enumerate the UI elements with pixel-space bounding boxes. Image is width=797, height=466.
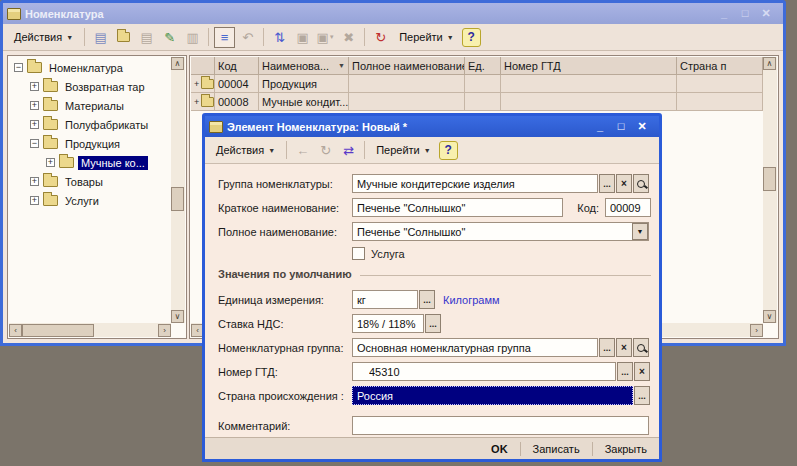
nom-group-clear-button[interactable]: × xyxy=(616,338,632,357)
cell-unit[interactable] xyxy=(465,75,501,93)
expand-icon[interactable]: + xyxy=(30,120,39,129)
dialog-help-button[interactable]: ? xyxy=(439,141,458,160)
gtd-clear-button[interactable]: × xyxy=(634,362,650,381)
scroll-up-icon[interactable]: ∧ xyxy=(171,57,184,70)
undo-button[interactable]: ↶ xyxy=(237,27,258,48)
scroll-down-icon[interactable]: ∨ xyxy=(171,310,184,323)
tree-vertical-scrollbar[interactable]: ∧ ∨ xyxy=(171,57,185,323)
cell-full-name[interactable] xyxy=(349,75,465,93)
short-name-input[interactable] xyxy=(352,198,563,217)
service-checkbox[interactable] xyxy=(352,247,365,260)
dialog-actions-menu-button[interactable]: Действия ▼ xyxy=(210,140,281,160)
tree-item-produkciya[interactable]: − Продукция xyxy=(30,134,170,153)
cell-full-name[interactable] xyxy=(349,93,465,111)
header-country[interactable]: Страна п xyxy=(677,57,763,75)
full-name-input[interactable] xyxy=(352,222,649,241)
dialog-titlebar[interactable]: Элемент Номенклатура: Новый * _ □ ✕ xyxy=(205,116,659,137)
maximize-icon[interactable]: □ xyxy=(614,120,628,133)
add-group-button[interactable] xyxy=(113,27,134,48)
header-unit[interactable]: Ед. xyxy=(465,57,501,75)
country-input[interactable] xyxy=(352,386,633,405)
expand-icon[interactable]: + xyxy=(30,196,39,205)
code-input[interactable] xyxy=(605,198,651,217)
cell-code[interactable]: 00008 xyxy=(215,93,259,111)
main-titlebar[interactable]: Номенклатура _ □ ✕ xyxy=(3,3,783,24)
scroll-left-icon[interactable]: ‹ xyxy=(9,324,22,337)
goto-menu-button[interactable]: Перейти ▼ xyxy=(393,27,460,47)
close-icon[interactable]: ✕ xyxy=(635,120,649,133)
tree-item-materialy[interactable]: + Материалы xyxy=(30,96,170,115)
group-clear-button[interactable]: × xyxy=(616,174,632,193)
header-icon-column[interactable] xyxy=(191,57,215,75)
tree-item-label[interactable]: Услуги xyxy=(62,194,102,208)
add-item-button[interactable]: ▤ xyxy=(90,27,111,48)
collapse-icon[interactable]: − xyxy=(14,63,23,72)
nom-group-open-button[interactable] xyxy=(633,338,649,357)
delete-button[interactable]: ▥ xyxy=(182,27,203,48)
tree-item-label[interactable]: Материалы xyxy=(62,99,127,113)
group-select-button[interactable]: ... xyxy=(599,174,615,193)
cell-name[interactable]: Продукция xyxy=(259,75,349,93)
header-code[interactable]: Код xyxy=(215,57,259,75)
filter-history-button[interactable]: ▣ xyxy=(292,27,313,48)
expand-icon[interactable]: + xyxy=(30,177,39,186)
minimize-icon[interactable]: _ xyxy=(717,7,731,20)
comment-input[interactable] xyxy=(352,416,649,435)
nom-group-select-button[interactable]: ... xyxy=(599,338,615,357)
tree-item-tovary[interactable]: + Товары xyxy=(30,172,170,191)
tree-item-label[interactable]: Полуфабрикаты xyxy=(62,118,151,132)
maximize-icon[interactable]: □ xyxy=(738,7,752,20)
tree-item-uslugi[interactable]: + Услуги xyxy=(30,191,170,210)
cell-country[interactable] xyxy=(677,93,763,111)
scroll-up-icon[interactable]: ∧ xyxy=(763,57,776,70)
group-open-button[interactable] xyxy=(633,174,649,193)
expand-icon[interactable]: + xyxy=(30,101,39,110)
cell-code[interactable]: 00004 xyxy=(215,75,259,93)
scroll-down-icon[interactable]: ∨ xyxy=(763,310,776,323)
unit-input[interactable] xyxy=(352,290,418,309)
header-full-name[interactable]: Полное наименование xyxy=(349,57,465,75)
insert-row-button[interactable]: ▤ xyxy=(136,27,157,48)
save-button[interactable]: Записать xyxy=(521,441,592,457)
dialog-goto-menu-button[interactable]: Перейти ▼ xyxy=(370,140,437,160)
table-vertical-scrollbar[interactable]: ∧ ∨ xyxy=(763,57,777,323)
tree-item-label[interactable]: Товары xyxy=(62,175,106,189)
tree-item-label-selected[interactable]: Мучные ко... xyxy=(78,156,148,170)
scrollbar-thumb[interactable] xyxy=(22,324,94,337)
tree-item-nomenklatura[interactable]: − Номенклатура xyxy=(14,58,170,77)
cell-unit[interactable] xyxy=(465,93,501,111)
scroll-right-icon[interactable]: › xyxy=(158,324,171,337)
cell-gtd[interactable] xyxy=(501,75,677,93)
cell-name[interactable]: Мучные кондит... xyxy=(259,93,349,111)
reload-button[interactable]: ↻ xyxy=(315,140,336,161)
nom-group-input[interactable] xyxy=(352,338,598,357)
unit-select-button[interactable]: ... xyxy=(419,290,435,309)
close-icon[interactable]: ✕ xyxy=(759,7,773,20)
scrollbar-thumb[interactable] xyxy=(171,187,184,211)
filter-by-value-button[interactable]: ▣ ▼ xyxy=(315,27,336,48)
scroll-right-icon[interactable]: › xyxy=(750,324,763,337)
header-gtd[interactable]: Номер ГТД xyxy=(501,57,677,75)
tree-item-label[interactable]: Продукция xyxy=(62,137,123,151)
collapse-icon[interactable]: − xyxy=(30,139,39,148)
tree-horizontal-scrollbar[interactable]: ‹ › xyxy=(9,323,171,337)
reread-button[interactable]: ← xyxy=(292,140,313,161)
write-element-button[interactable]: ⇄ xyxy=(338,140,359,161)
close-button[interactable]: Закрыть xyxy=(593,441,659,457)
vat-input[interactable] xyxy=(352,314,424,333)
table-row[interactable]: + 00004 Продукция xyxy=(191,75,763,93)
unit-link[interactable]: Килограмм xyxy=(443,294,500,306)
tree-item-vozvratnaya-tara[interactable]: + Возвратная тар xyxy=(30,77,170,96)
refresh-button[interactable]: ↻ xyxy=(370,27,391,48)
scrollbar-thumb[interactable] xyxy=(763,167,776,191)
group-input[interactable] xyxy=(352,174,598,193)
actions-menu-button[interactable]: Действия ▼ xyxy=(8,27,79,47)
tree-item-label[interactable]: Номенклатура xyxy=(46,61,126,75)
gtd-input[interactable] xyxy=(352,362,616,381)
expand-icon[interactable]: + xyxy=(30,82,39,91)
ok-button[interactable]: OK xyxy=(479,441,520,457)
expand-icon[interactable]: + xyxy=(46,158,55,167)
table-row[interactable]: + 00008 Мучные кондит... xyxy=(191,93,763,111)
tree-item-label[interactable]: Возвратная тар xyxy=(62,80,148,94)
country-select-button[interactable]: ... xyxy=(634,386,650,405)
